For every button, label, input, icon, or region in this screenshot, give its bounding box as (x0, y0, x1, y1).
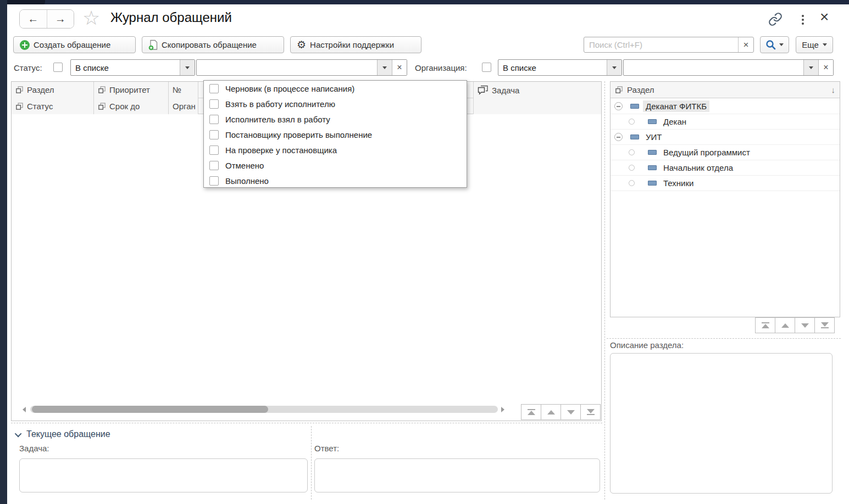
search-clear-icon[interactable]: × (738, 37, 753, 52)
column-header-srok[interactable]: Срок до (94, 98, 169, 114)
column-header-number[interactable]: № (169, 82, 198, 98)
tree-item-dekanat-fitkb[interactable]: Деканат ФИТКБ (611, 99, 840, 114)
scroll-left-arrow-icon[interactable] (23, 407, 26, 412)
status-option-done[interactable]: Выполнено (204, 173, 467, 188)
forward-arrow-icon: → (55, 13, 66, 25)
column-header-status[interactable]: Статус (12, 98, 94, 114)
more-actions-button[interactable]: Еще (796, 36, 833, 53)
scroll-right-arrow-icon[interactable] (501, 407, 504, 412)
tree-leaf-icon (629, 180, 635, 186)
status-option-check-completion[interactable]: Постановщику проверить выполнение (204, 127, 467, 142)
status-mode-dropdown-button[interactable] (180, 60, 195, 75)
column-header-zadacha-label: Задача (492, 86, 519, 95)
status-option-label: Постановщику проверить выполнение (225, 130, 372, 139)
more-menu-kebab-icon[interactable] (798, 13, 808, 26)
column-header-razdel-label: Раздел (27, 85, 54, 94)
current-request-title: Текущее обращение (26, 429, 110, 439)
task-field-label: Задача: (19, 444, 49, 453)
tree-item-tekhniki[interactable]: Техники (611, 176, 840, 191)
checkbox-icon[interactable] (209, 176, 219, 186)
organization-filter-label: Организация: (415, 63, 467, 72)
column-header-razdel[interactable]: Раздел (12, 82, 94, 98)
current-request-section-header[interactable]: Текущее обращение (16, 429, 110, 439)
organization-value-combo[interactable]: × (623, 59, 834, 76)
organization-value-dropdown-button[interactable] (803, 60, 818, 75)
tree-header-razdel[interactable]: Раздел ↓ (611, 82, 840, 98)
status-value-clear-button[interactable]: × (392, 60, 407, 75)
column-header-zadacha[interactable]: Задача (473, 82, 601, 114)
tree-item-vedushchiy-programmist[interactable]: Ведущий программист (611, 145, 840, 160)
status-option-take-to-work[interactable]: Взять в работу исполнителю (204, 96, 467, 111)
task-textarea[interactable] (19, 458, 308, 492)
get-link-icon[interactable] (768, 12, 783, 26)
tree-go-next-button[interactable] (795, 317, 815, 333)
go-prev-button[interactable] (541, 404, 561, 420)
chevron-down-icon (809, 66, 813, 69)
status-option-executor-took[interactable]: Исполнитель взял в работу (204, 111, 467, 127)
checkbox-icon[interactable] (209, 130, 219, 139)
go-last-button[interactable] (580, 404, 601, 420)
horizontal-scrollbar-thumb[interactable] (32, 406, 268, 413)
copy-document-icon (148, 40, 158, 51)
checkbox-icon[interactable] (209, 161, 219, 170)
horizontal-scrollbar-track[interactable] (30, 406, 498, 413)
triangle-up-icon (547, 410, 555, 415)
column-header-org[interactable]: Орган (169, 98, 198, 114)
tree-item-uit[interactable]: УИТ (611, 130, 840, 145)
horizontal-splitter-right[interactable] (607, 338, 841, 339)
status-option-label: Черновик (в процессе написания) (225, 84, 354, 93)
create-request-button[interactable]: Создать обращение (13, 36, 136, 53)
status-mode-value: В списке (71, 60, 180, 75)
tree-item-label: Начальник отдела (661, 162, 736, 173)
tree-item-label: Ведущий программист (661, 147, 753, 158)
status-mode-combo[interactable]: В списке (70, 59, 195, 76)
back-button[interactable]: ← (20, 10, 47, 28)
favorite-star-icon[interactable]: ☆ (82, 8, 100, 29)
go-first-button[interactable] (521, 404, 541, 420)
organization-value-clear-button[interactable]: × (818, 60, 833, 75)
collapse-icon[interactable] (614, 102, 623, 110)
go-next-button[interactable] (561, 404, 581, 420)
search-button[interactable] (760, 36, 789, 53)
copy-request-button[interactable]: Скопировать обращение (142, 36, 284, 53)
vertical-splitter[interactable] (604, 81, 605, 500)
chevron-down-icon (382, 66, 387, 69)
vertical-splitter-bottom[interactable] (311, 426, 312, 500)
organization-filter-checkbox[interactable] (482, 63, 491, 72)
support-settings-button[interactable]: ⚙ Настройки поддержки (290, 36, 421, 53)
checkbox-icon[interactable] (209, 84, 219, 93)
status-value-text (197, 60, 377, 75)
organization-mode-value: В списке (498, 60, 607, 75)
section-description-textarea[interactable] (610, 353, 833, 494)
chevron-down-icon (185, 66, 190, 69)
status-option-cancelled[interactable]: Отменено (204, 158, 467, 173)
organization-mode-dropdown-button[interactable] (607, 60, 622, 75)
tree-go-last-button[interactable] (814, 317, 835, 333)
status-option-draft[interactable]: Черновик (в процессе написания) (204, 81, 467, 96)
search-input[interactable] (584, 37, 738, 52)
tree-go-first-button[interactable] (755, 317, 775, 333)
tree-item-nachalnik-otdela[interactable]: Начальник отдела (611, 160, 840, 176)
page-title: Журнал обращений (110, 10, 232, 25)
tree-header-label: Раздел (627, 85, 654, 94)
organization-mode-combo[interactable]: В списке (498, 59, 622, 76)
tree-go-prev-button[interactable] (775, 317, 795, 333)
checkbox-icon[interactable] (209, 99, 219, 109)
answer-textarea[interactable] (314, 458, 600, 492)
checkbox-icon[interactable] (209, 115, 219, 124)
chevron-down-icon (612, 66, 617, 69)
status-filter-checkbox[interactable] (53, 63, 63, 72)
last-bar-icon (587, 414, 595, 415)
forward-button[interactable]: → (47, 10, 74, 28)
checkbox-icon[interactable] (209, 145, 219, 155)
organization-value-text (624, 60, 803, 75)
horizontal-splitter-bottom[interactable] (11, 423, 602, 423)
status-value-dropdown-button[interactable] (377, 60, 392, 75)
column-header-prioritet[interactable]: Приоритет (94, 82, 169, 98)
collapse-icon[interactable] (614, 133, 623, 141)
status-option-on-review[interactable]: На проверке у постановщика (204, 142, 467, 158)
status-value-combo[interactable]: × (196, 59, 407, 76)
tree-item-dekan[interactable]: Декан (611, 114, 840, 130)
close-window-button[interactable]: × (820, 9, 829, 25)
status-option-label: Взять в работу исполнителю (225, 99, 335, 109)
